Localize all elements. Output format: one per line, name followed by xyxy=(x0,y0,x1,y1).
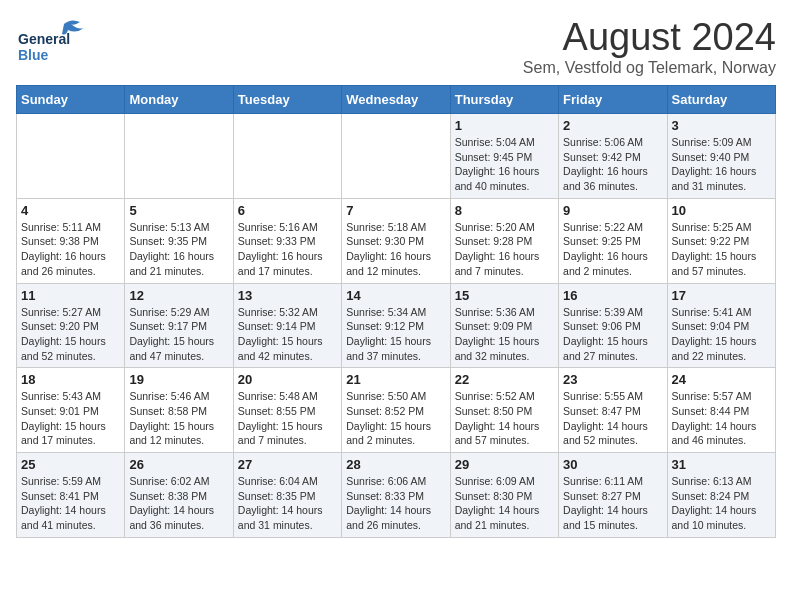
day-cell: 19Sunrise: 5:46 AM Sunset: 8:58 PM Dayli… xyxy=(125,368,233,453)
week-row-1: 1Sunrise: 5:04 AM Sunset: 9:45 PM Daylig… xyxy=(17,114,776,199)
svg-text:Blue: Blue xyxy=(18,47,49,63)
day-cell: 31Sunrise: 6:13 AM Sunset: 8:24 PM Dayli… xyxy=(667,453,775,538)
week-row-5: 25Sunrise: 5:59 AM Sunset: 8:41 PM Dayli… xyxy=(17,453,776,538)
header-cell-saturday: Saturday xyxy=(667,86,775,114)
day-info: Sunrise: 6:02 AM Sunset: 8:38 PM Dayligh… xyxy=(129,474,228,533)
day-cell: 17Sunrise: 5:41 AM Sunset: 9:04 PM Dayli… xyxy=(667,283,775,368)
day-cell: 25Sunrise: 5:59 AM Sunset: 8:41 PM Dayli… xyxy=(17,453,125,538)
day-number: 19 xyxy=(129,372,228,387)
day-cell: 24Sunrise: 5:57 AM Sunset: 8:44 PM Dayli… xyxy=(667,368,775,453)
day-number: 18 xyxy=(21,372,120,387)
logo: General Blue xyxy=(16,16,96,64)
calendar-table: SundayMondayTuesdayWednesdayThursdayFrid… xyxy=(16,85,776,538)
day-cell: 9Sunrise: 5:22 AM Sunset: 9:25 PM Daylig… xyxy=(559,198,667,283)
day-cell xyxy=(233,114,341,199)
day-cell: 14Sunrise: 5:34 AM Sunset: 9:12 PM Dayli… xyxy=(342,283,450,368)
calendar-body: 1Sunrise: 5:04 AM Sunset: 9:45 PM Daylig… xyxy=(17,114,776,538)
day-info: Sunrise: 5:20 AM Sunset: 9:28 PM Dayligh… xyxy=(455,220,554,279)
day-info: Sunrise: 5:36 AM Sunset: 9:09 PM Dayligh… xyxy=(455,305,554,364)
day-cell: 15Sunrise: 5:36 AM Sunset: 9:09 PM Dayli… xyxy=(450,283,558,368)
header-cell-thursday: Thursday xyxy=(450,86,558,114)
day-number: 26 xyxy=(129,457,228,472)
day-cell: 7Sunrise: 5:18 AM Sunset: 9:30 PM Daylig… xyxy=(342,198,450,283)
day-info: Sunrise: 5:11 AM Sunset: 9:38 PM Dayligh… xyxy=(21,220,120,279)
day-number: 22 xyxy=(455,372,554,387)
day-cell xyxy=(125,114,233,199)
header-cell-sunday: Sunday xyxy=(17,86,125,114)
day-number: 8 xyxy=(455,203,554,218)
day-number: 30 xyxy=(563,457,662,472)
day-cell: 27Sunrise: 6:04 AM Sunset: 8:35 PM Dayli… xyxy=(233,453,341,538)
day-number: 25 xyxy=(21,457,120,472)
day-number: 23 xyxy=(563,372,662,387)
day-info: Sunrise: 5:48 AM Sunset: 8:55 PM Dayligh… xyxy=(238,389,337,448)
day-cell: 5Sunrise: 5:13 AM Sunset: 9:35 PM Daylig… xyxy=(125,198,233,283)
day-cell: 8Sunrise: 5:20 AM Sunset: 9:28 PM Daylig… xyxy=(450,198,558,283)
calendar-header: SundayMondayTuesdayWednesdayThursdayFrid… xyxy=(17,86,776,114)
day-number: 12 xyxy=(129,288,228,303)
day-number: 14 xyxy=(346,288,445,303)
day-number: 4 xyxy=(21,203,120,218)
day-cell: 13Sunrise: 5:32 AM Sunset: 9:14 PM Dayli… xyxy=(233,283,341,368)
day-info: Sunrise: 5:41 AM Sunset: 9:04 PM Dayligh… xyxy=(672,305,771,364)
page-header: General Blue August 2024 Sem, Vestfold o… xyxy=(16,16,776,77)
day-number: 10 xyxy=(672,203,771,218)
day-info: Sunrise: 6:06 AM Sunset: 8:33 PM Dayligh… xyxy=(346,474,445,533)
day-number: 6 xyxy=(238,203,337,218)
day-info: Sunrise: 5:32 AM Sunset: 9:14 PM Dayligh… xyxy=(238,305,337,364)
day-number: 29 xyxy=(455,457,554,472)
day-cell: 22Sunrise: 5:52 AM Sunset: 8:50 PM Dayli… xyxy=(450,368,558,453)
day-info: Sunrise: 5:16 AM Sunset: 9:33 PM Dayligh… xyxy=(238,220,337,279)
day-number: 24 xyxy=(672,372,771,387)
day-info: Sunrise: 6:13 AM Sunset: 8:24 PM Dayligh… xyxy=(672,474,771,533)
day-info: Sunrise: 5:50 AM Sunset: 8:52 PM Dayligh… xyxy=(346,389,445,448)
day-number: 16 xyxy=(563,288,662,303)
day-cell: 4Sunrise: 5:11 AM Sunset: 9:38 PM Daylig… xyxy=(17,198,125,283)
day-info: Sunrise: 6:04 AM Sunset: 8:35 PM Dayligh… xyxy=(238,474,337,533)
header-cell-wednesday: Wednesday xyxy=(342,86,450,114)
day-cell: 18Sunrise: 5:43 AM Sunset: 9:01 PM Dayli… xyxy=(17,368,125,453)
day-info: Sunrise: 5:04 AM Sunset: 9:45 PM Dayligh… xyxy=(455,135,554,194)
day-cell: 28Sunrise: 6:06 AM Sunset: 8:33 PM Dayli… xyxy=(342,453,450,538)
title-block: August 2024 Sem, Vestfold og Telemark, N… xyxy=(523,16,776,77)
day-info: Sunrise: 5:13 AM Sunset: 9:35 PM Dayligh… xyxy=(129,220,228,279)
week-row-3: 11Sunrise: 5:27 AM Sunset: 9:20 PM Dayli… xyxy=(17,283,776,368)
day-cell: 2Sunrise: 5:06 AM Sunset: 9:42 PM Daylig… xyxy=(559,114,667,199)
day-info: Sunrise: 5:18 AM Sunset: 9:30 PM Dayligh… xyxy=(346,220,445,279)
day-cell: 16Sunrise: 5:39 AM Sunset: 9:06 PM Dayli… xyxy=(559,283,667,368)
day-info: Sunrise: 5:43 AM Sunset: 9:01 PM Dayligh… xyxy=(21,389,120,448)
day-cell: 12Sunrise: 5:29 AM Sunset: 9:17 PM Dayli… xyxy=(125,283,233,368)
week-row-4: 18Sunrise: 5:43 AM Sunset: 9:01 PM Dayli… xyxy=(17,368,776,453)
day-cell: 6Sunrise: 5:16 AM Sunset: 9:33 PM Daylig… xyxy=(233,198,341,283)
day-info: Sunrise: 5:27 AM Sunset: 9:20 PM Dayligh… xyxy=(21,305,120,364)
day-cell: 20Sunrise: 5:48 AM Sunset: 8:55 PM Dayli… xyxy=(233,368,341,453)
day-info: Sunrise: 5:09 AM Sunset: 9:40 PM Dayligh… xyxy=(672,135,771,194)
day-cell: 29Sunrise: 6:09 AM Sunset: 8:30 PM Dayli… xyxy=(450,453,558,538)
day-cell: 23Sunrise: 5:55 AM Sunset: 8:47 PM Dayli… xyxy=(559,368,667,453)
header-cell-friday: Friday xyxy=(559,86,667,114)
header-row: SundayMondayTuesdayWednesdayThursdayFrid… xyxy=(17,86,776,114)
day-number: 17 xyxy=(672,288,771,303)
day-cell: 3Sunrise: 5:09 AM Sunset: 9:40 PM Daylig… xyxy=(667,114,775,199)
day-info: Sunrise: 5:59 AM Sunset: 8:41 PM Dayligh… xyxy=(21,474,120,533)
day-cell: 10Sunrise: 5:25 AM Sunset: 9:22 PM Dayli… xyxy=(667,198,775,283)
day-cell xyxy=(342,114,450,199)
day-number: 28 xyxy=(346,457,445,472)
day-number: 21 xyxy=(346,372,445,387)
day-number: 7 xyxy=(346,203,445,218)
day-info: Sunrise: 5:29 AM Sunset: 9:17 PM Dayligh… xyxy=(129,305,228,364)
day-cell: 21Sunrise: 5:50 AM Sunset: 8:52 PM Dayli… xyxy=(342,368,450,453)
week-row-2: 4Sunrise: 5:11 AM Sunset: 9:38 PM Daylig… xyxy=(17,198,776,283)
day-cell: 30Sunrise: 6:11 AM Sunset: 8:27 PM Dayli… xyxy=(559,453,667,538)
day-number: 5 xyxy=(129,203,228,218)
day-cell: 1Sunrise: 5:04 AM Sunset: 9:45 PM Daylig… xyxy=(450,114,558,199)
day-number: 1 xyxy=(455,118,554,133)
day-info: Sunrise: 5:06 AM Sunset: 9:42 PM Dayligh… xyxy=(563,135,662,194)
day-info: Sunrise: 6:09 AM Sunset: 8:30 PM Dayligh… xyxy=(455,474,554,533)
day-info: Sunrise: 5:39 AM Sunset: 9:06 PM Dayligh… xyxy=(563,305,662,364)
day-cell xyxy=(17,114,125,199)
day-number: 20 xyxy=(238,372,337,387)
day-number: 31 xyxy=(672,457,771,472)
day-cell: 11Sunrise: 5:27 AM Sunset: 9:20 PM Dayli… xyxy=(17,283,125,368)
day-number: 27 xyxy=(238,457,337,472)
